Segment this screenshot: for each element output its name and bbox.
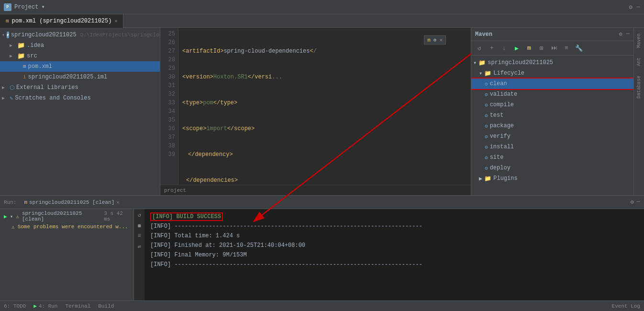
console-line-2: [INFO] ---------------------------------…: [150, 222, 638, 231]
maven-root-icon: 📁: [478, 59, 486, 67]
maven-lifecycle-site[interactable]: ⚙ site: [471, 152, 633, 163]
maven-lifecycle-verify[interactable]: ⚙ verify: [471, 131, 633, 142]
ant-side-tab[interactable]: Ant: [635, 54, 643, 70]
maven-lifecycle-validate[interactable]: ⚙ validate: [471, 89, 633, 100]
maven-tree: ▾ 📁 springcloud20211025 ▾ 📁 Lifecycle ⚙ …: [471, 56, 633, 195]
sidebar-item-src[interactable]: ▶ 📁 src: [0, 51, 160, 61]
editor-area: 25 26 27 28 29 30 31 32 33 34 35 36 37 3…: [160, 28, 471, 195]
refresh-icon[interactable]: ↺: [474, 43, 485, 54]
maven-lifecycle-install[interactable]: ⚙ install: [471, 142, 633, 152]
filter-icon[interactable]: ≡: [135, 232, 143, 240]
title-bar-left: P Project ▾: [4, 3, 45, 11]
wrench-icon[interactable]: 🔧: [574, 43, 584, 54]
project-label[interactable]: Project: [14, 4, 38, 11]
sidebar-item-label-root: springcloud20211025: [11, 32, 77, 38]
run-tab-close-icon[interactable]: ✕: [116, 200, 119, 205]
settings-icon[interactable]: ⚙: [629, 3, 633, 11]
rerun-icon[interactable]: ↺: [135, 211, 143, 219]
status-bar: 6: TODO ▶ 4: Run Terminal Build Event Lo…: [0, 300, 644, 311]
maven-icon-small: m: [427, 37, 431, 43]
title-bar-tools: ⚙ —: [629, 3, 640, 11]
maven-header: Maven ⚙ —: [471, 28, 633, 41]
status-event-log[interactable]: Event Log: [612, 303, 640, 309]
maven-lifecycle-compile[interactable]: ⚙ compile: [471, 100, 633, 110]
code-editor[interactable]: <artifactId>spring-cloud-dependencies</ …: [178, 28, 471, 185]
sidebar-item-idea[interactable]: ▶ 📁 .idea: [0, 40, 160, 51]
status-todo[interactable]: 6: TODO: [4, 303, 26, 309]
sidebar-item-pom[interactable]: m pom.xml: [0, 61, 160, 72]
console-line-1: [INFO] BUILD SUCCESS: [150, 212, 638, 222]
maven-lifecycle-clean[interactable]: ⚙ clean: [471, 78, 633, 89]
maven-test-label: test: [490, 112, 504, 119]
expand-arrow: ▾: [2, 32, 5, 38]
collapse-arrow: ▶: [10, 43, 15, 48]
maven-settings-icon[interactable]: ⚙: [619, 31, 622, 38]
status-build[interactable]: Build: [98, 303, 114, 309]
minimize-icon[interactable]: —: [636, 3, 640, 11]
run-item-main[interactable]: ▶ ▾ ⚠ springcloud20211025 [clean] 3 s 42…: [0, 211, 133, 222]
editor-tab-pom[interactable]: m pom.xml (springcloud20211025) ✕: [0, 14, 123, 28]
add-icon[interactable]: +: [487, 43, 497, 54]
maven-site-label: site: [490, 154, 504, 161]
console-output: [INFO] BUILD SUCCESS [INFO] ------------…: [144, 209, 644, 300]
maven-plugins-item[interactable]: ▶ 📁 Plugins: [471, 173, 633, 184]
tab-close-icon[interactable]: ✕: [114, 18, 117, 24]
run-item-warning[interactable]: ⚠ Some problems were encountered w...: [0, 222, 133, 232]
run-sidebar: ▶ ▾ ⚠ springcloud20211025 [clean] 3 s 42…: [0, 209, 134, 300]
maven-side-tab[interactable]: Maven: [635, 30, 643, 52]
run-tab[interactable]: m springcloud20211025 [clean] ✕: [24, 200, 119, 205]
database-side-tab[interactable]: Database: [635, 72, 643, 102]
skip-tests-icon[interactable]: ⏭: [549, 43, 559, 54]
console-separator-1: [INFO] ---------------------------------…: [150, 223, 422, 230]
console-final-memory: [INFO] Final Memory: 9M/153M: [150, 252, 247, 258]
dropdown-arrow[interactable]: ▾: [41, 3, 44, 11]
console-line-6: [INFO] ---------------------------------…: [150, 260, 638, 269]
maven-lifecycle-test[interactable]: ⚙ test: [471, 110, 633, 121]
sidebar-item-label-scratches: Scratches and Consoles: [15, 95, 90, 101]
maven-plugins-icon: 📁: [484, 175, 491, 182]
validate-gear-icon: ⚙: [485, 91, 488, 98]
event-log-label: Event Log: [612, 303, 640, 309]
ext-libs-icon: ⬡: [10, 84, 14, 91]
sidebar-item-label-iml: springcloud20211025.iml: [28, 74, 108, 80]
sidebar-item-label-idea: .idea: [27, 42, 44, 49]
sidebar-item-iml[interactable]: i springcloud20211025.iml: [0, 72, 160, 82]
status-terminal[interactable]: Terminal: [65, 303, 90, 309]
sidebar-item-label-extlibs: External Libraries: [16, 84, 78, 91]
toggle-icon[interactable]: ⊞: [536, 43, 547, 54]
stop-icon[interactable]: ◼: [135, 222, 143, 229]
version-popup: m ⊕ ✕: [424, 35, 446, 44]
bottom-toolbar: ⚙ —: [631, 199, 640, 206]
download-icon[interactable]: ↓: [499, 43, 510, 54]
maven-lifecycle-arrow: ▾: [479, 70, 482, 77]
code-line-25: <artifactId>spring-cloud-dependencies</: [182, 47, 467, 56]
run-maven-icon[interactable]: ▶: [511, 43, 522, 54]
bottom-panel: Run: m springcloud20211025 [clean] ✕ ⚙ —…: [0, 195, 644, 300]
site-gear-icon: ⚙: [485, 155, 488, 161]
popup-close[interactable]: ✕: [439, 37, 443, 43]
maven-lifecycle-package[interactable]: ⚙ package: [471, 121, 633, 131]
maven-plugins-label: Plugins: [493, 175, 517, 182]
code-line-28: <scope>import</scope>: [182, 124, 467, 133]
bottom-settings-icon[interactable]: ⚙: [631, 199, 634, 206]
bottom-minimize-icon[interactable]: —: [637, 199, 640, 206]
sidebar-item-extlibs[interactable]: ▶ ⬡ External Libraries: [0, 82, 160, 93]
sidebar-item-label-src: src: [27, 53, 37, 59]
generate-icon[interactable]: ≡: [561, 43, 572, 54]
status-run[interactable]: ▶ 4: Run: [33, 303, 57, 309]
root-project-icon: P: [7, 32, 9, 38]
maven-m-icon[interactable]: m: [524, 43, 534, 54]
wrap-icon[interactable]: ⇌: [135, 243, 143, 250]
clean-gear-icon: ⚙: [485, 81, 488, 87]
console-line-5: [INFO] Final Memory: 9M/153M: [150, 250, 638, 260]
sidebar-root-path: D:\IdeaProjects\springclou...: [80, 32, 172, 38]
maven-lifecycle-deploy[interactable]: ⚙ deploy: [471, 163, 633, 173]
sidebar-item-root[interactable]: ▾ P springcloud20211025 D:\IdeaProjects\…: [0, 30, 160, 40]
maven-lifecycle-item[interactable]: ▾ 📁 Lifecycle: [471, 68, 633, 78]
console-line-4: [INFO] Finished at: 2021-10-25T21:40:04+…: [150, 241, 638, 250]
maven-root-item[interactable]: ▾ 📁 springcloud20211025: [471, 57, 633, 68]
maven-minimize-icon[interactable]: —: [626, 31, 630, 38]
editor-content[interactable]: 25 26 27 28 29 30 31 32 33 34 35 36 37 3…: [160, 28, 471, 185]
sidebar-item-scratches[interactable]: ▶ ✎ Scratches and Consoles: [0, 93, 160, 103]
run-sidebar-tools: ↺ ◼ ≡ ⇌: [134, 209, 144, 300]
